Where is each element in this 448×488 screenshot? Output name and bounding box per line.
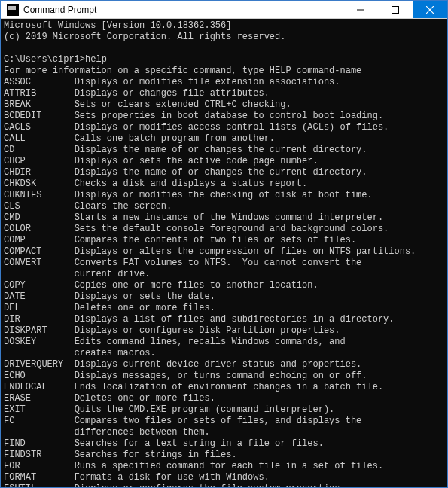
help-entry: EXIT Quits the CMD.EXE program (command …	[4, 404, 334, 415]
command-desc: Displays a list of files and subdirector…	[75, 314, 395, 325]
command-desc: Displays current device driver status an…	[75, 359, 362, 370]
command-desc: Sets the default console foreground and …	[75, 224, 389, 234]
help-entry: DEL Deletes one or more files.	[4, 303, 215, 313]
command-desc: Compares two files or sets of files, and…	[75, 416, 362, 426]
command-desc: Deletes one or more files.	[75, 393, 215, 404]
banner-line: Microsoft Windows [Version 10.0.18362.35…	[4, 20, 231, 31]
help-entry: FOR Runs a specified command for each fi…	[4, 461, 383, 471]
command-name: CHDIR	[4, 167, 75, 178]
svg-rect-1	[392, 6, 399, 13]
maximize-button[interactable]	[378, 1, 413, 18]
command-name: FOR	[4, 461, 75, 471]
help-entry: ENDLOCAL Ends localization of environmen…	[4, 382, 383, 392]
command-name: FC	[4, 416, 75, 426]
help-entry: COMPACT Displays or alters the compressi…	[4, 246, 416, 257]
help-entry: COLOR Sets the default console foregroun…	[4, 224, 389, 234]
command-name: EXIT	[4, 404, 75, 415]
command-desc: Displays or modifies access control list…	[75, 122, 389, 133]
command-desc: Runs a specified command for each file i…	[75, 461, 383, 471]
help-entry: CACLS Displays or modifies access contro…	[4, 122, 389, 133]
command-desc: Quits the CMD.EXE program (command inter…	[75, 404, 335, 415]
command-name: DISKPART	[4, 325, 75, 336]
help-entry: BCDEDIT Sets properties in boot database…	[4, 111, 383, 121]
prompt-path: C:\Users\cipri>	[4, 54, 85, 65]
command-desc: Displays or modifies file extension asso…	[75, 77, 340, 87]
command-desc: Sets properties in boot database to cont…	[75, 111, 383, 121]
command-name: FSUTIL	[4, 483, 75, 487]
command-desc: Displays the name of or changes the curr…	[75, 167, 367, 178]
command-desc: Displays messages, or turns command echo…	[75, 371, 367, 381]
command-name: FIND	[4, 438, 75, 449]
command-desc-cont: creates macros.	[4, 348, 156, 358]
command-desc: Deletes one or more files.	[75, 303, 215, 313]
command-desc: Clears the screen.	[75, 201, 172, 212]
typed-command: help	[85, 54, 107, 65]
command-desc: Calls one batch program from another.	[75, 133, 275, 144]
help-entry: DIR Displays a list of files and subdire…	[4, 314, 395, 325]
help-entry: COPY Copies one or more files to another…	[4, 280, 318, 291]
command-name: ASSOC	[4, 77, 75, 87]
command-name: COMP	[4, 235, 75, 246]
help-entry: FC Compares two files or sets of files, …	[4, 416, 361, 426]
terminal-output[interactable]: Microsoft Windows [Version 10.0.18362.35…	[1, 19, 447, 487]
command-name: DOSKEY	[4, 337, 75, 347]
command-desc: Checks a disk and displays a status repo…	[75, 178, 308, 189]
command-name: DATE	[4, 291, 75, 302]
command-desc-cont: current drive.	[4, 269, 150, 279]
command-desc: Displays or configures Disk Partition pr…	[75, 325, 340, 336]
command-name: DRIVERQUERY	[4, 359, 75, 370]
command-desc: Sets or clears extended CTRL+C checking.	[75, 99, 291, 110]
help-entry: CHKNTFS Displays or modifies the checkin…	[4, 190, 373, 200]
command-desc: Displays or configures the file system p…	[75, 483, 346, 487]
command-desc: Searches for a text string in a file or …	[75, 438, 324, 449]
command-name: CHCP	[4, 156, 75, 166]
command-name: CHKNTFS	[4, 190, 75, 200]
help-entry: FORMAT Formats a disk for use with Windo…	[4, 472, 270, 483]
command-desc: Copies one or more files to another loca…	[75, 280, 318, 291]
command-name: CONVERT	[4, 258, 75, 268]
command-desc: Displays the name of or changes the curr…	[75, 145, 367, 155]
command-desc: Displays or alters the compression of fi…	[75, 246, 416, 257]
help-entry: FSUTIL Displays or configures the file s…	[4, 483, 346, 487]
help-entry: CALL Calls one batch program from anothe…	[4, 133, 275, 144]
help-entry: CLS Clears the screen.	[4, 201, 172, 212]
command-name: FORMAT	[4, 472, 75, 483]
help-entry: ERASE Deletes one or more files.	[4, 393, 215, 404]
help-intro: For more information on a specific comma…	[4, 66, 361, 76]
command-desc: Formats a disk for use with Windows.	[75, 472, 270, 483]
command-desc: Ends localization of environment changes…	[75, 382, 383, 392]
help-entry: CD Displays the name of or changes the c…	[4, 145, 367, 155]
command-desc: Searches for strings in files.	[75, 450, 237, 460]
command-name: CALL	[4, 133, 75, 144]
command-name: ECHO	[4, 371, 75, 381]
command-desc: Edits command lines, recalls Windows com…	[75, 337, 346, 347]
command-name: BREAK	[4, 99, 75, 110]
command-name: BCDEDIT	[4, 111, 75, 121]
help-entry: ECHO Displays messages, or turns command…	[4, 371, 367, 381]
titlebar[interactable]: Command Prompt	[1, 1, 447, 19]
banner-line: (c) 2019 Microsoft Corporation. All righ…	[4, 32, 285, 42]
command-desc: Converts FAT volumes to NTFS. You cannot…	[75, 258, 362, 268]
command-desc: Displays or changes file attributes.	[75, 88, 270, 99]
help-entry: CHDIR Displays the name of or changes th…	[4, 167, 367, 178]
command-name: COMPACT	[4, 246, 75, 257]
command-name: CHKDSK	[4, 178, 75, 189]
minimize-button[interactable]	[343, 1, 378, 18]
help-entry: DISKPART Displays or configures Disk Par…	[4, 325, 340, 336]
help-entry: CHKDSK Checks a disk and displays a stat…	[4, 178, 307, 189]
close-button[interactable]	[413, 1, 447, 18]
command-name: CMD	[4, 212, 75, 223]
command-desc: Displays or sets the active code page nu…	[75, 156, 318, 166]
help-entry: DRIVERQUERY Displays current device driv…	[4, 359, 361, 370]
command-name: DIR	[4, 314, 75, 325]
help-entry: FIND Searches for a text string in a fil…	[4, 438, 324, 449]
help-entry: BREAK Sets or clears extended CTRL+C che…	[4, 99, 291, 110]
command-name: COLOR	[4, 224, 75, 234]
help-entry: CMD Starts a new instance of the Windows…	[4, 212, 383, 223]
cmd-icon	[7, 4, 19, 16]
help-entry: CONVERT Converts FAT volumes to NTFS. Yo…	[4, 258, 361, 268]
prompt-line: C:\Users\cipri>help	[4, 54, 107, 65]
command-desc-cont: differences between them.	[4, 427, 210, 438]
help-entry: ASSOC Displays or modifies file extensio…	[4, 77, 340, 87]
command-name: ENDLOCAL	[4, 382, 75, 392]
